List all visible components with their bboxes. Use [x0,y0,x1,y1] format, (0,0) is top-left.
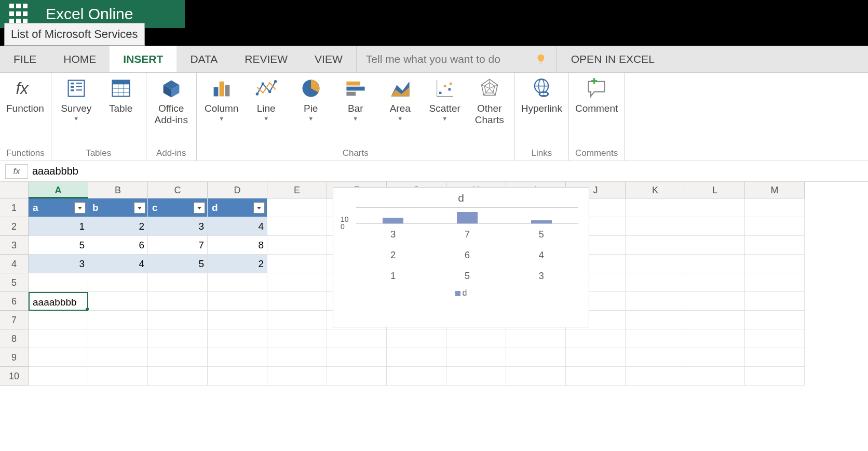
column-header-E[interactable]: E [267,182,327,198]
cell-M1[interactable] [745,198,805,217]
row-header-8[interactable]: 8 [0,329,29,348]
tell-me-search[interactable] [356,46,556,72]
cell-E4[interactable] [267,255,327,273]
tab-data[interactable]: DATA [177,46,231,72]
row-header-4[interactable]: 4 [0,255,29,273]
tab-review[interactable]: REVIEW [231,46,301,72]
cell-B5[interactable] [88,273,148,292]
cell-C2[interactable]: 3 [148,217,208,236]
cell-I10[interactable] [506,367,566,386]
cell-D6[interactable] [208,292,267,311]
hyperlink-button[interactable]: Hyperlink [521,77,562,114]
filter-button-b[interactable] [134,202,145,214]
cell-E9[interactable] [267,348,327,367]
cell-D10[interactable] [208,367,267,386]
cell-K2[interactable] [626,217,685,236]
cell-L5[interactable] [685,273,745,292]
cell-A8[interactable] [29,329,88,348]
cell-C7[interactable] [148,311,208,329]
fx-icon[interactable]: fx [5,164,28,179]
cell-M8[interactable] [745,329,805,348]
cell-C9[interactable] [148,348,208,367]
cell-K9[interactable] [626,348,685,367]
other-charts-button[interactable]: Other Charts [471,77,508,126]
function-button[interactable]: fx Function [6,77,44,114]
cell-C3[interactable]: 7 [148,236,208,255]
app-launcher-icon[interactable] [9,4,30,24]
formula-input[interactable] [32,165,863,177]
cell-M6[interactable] [745,292,805,311]
row-header-5[interactable]: 5 [0,273,29,292]
cell-B4[interactable]: 4 [88,255,148,273]
cell-E8[interactable] [267,329,327,348]
cell-A4[interactable]: 3 [29,255,88,273]
cell-B7[interactable] [88,311,148,329]
comment-button[interactable]: Comment [575,77,618,114]
line-chart-button[interactable]: Line ▼ [248,77,285,122]
cell-L1[interactable] [685,198,745,217]
bar-chart-button[interactable]: Bar ▼ [337,77,374,122]
cell-L2[interactable] [685,217,745,236]
cell-K7[interactable] [626,311,685,329]
select-all-corner[interactable] [0,182,29,198]
cell-J10[interactable] [566,367,626,386]
row-header-10[interactable]: 10 [0,367,29,386]
cell-J8[interactable] [566,329,626,348]
cell-D4[interactable]: 2 [208,255,267,273]
area-chart-button[interactable]: Area ▼ [382,77,419,122]
cell-M7[interactable] [745,311,805,329]
cell-K4[interactable] [626,255,685,273]
cell-B10[interactable] [88,367,148,386]
cell-L9[interactable] [685,348,745,367]
column-header-B[interactable]: B [88,182,148,198]
cell-C5[interactable] [148,273,208,292]
tab-home[interactable]: HOME [50,46,110,72]
cell-A3[interactable]: 5 [29,236,88,255]
column-chart-button[interactable]: Column ▼ [203,77,240,122]
search-input[interactable] [366,53,532,65]
cell-G10[interactable] [387,367,446,386]
cell-L6[interactable] [685,292,745,311]
cell-A5[interactable] [29,273,88,292]
cell-L10[interactable] [685,367,745,386]
cell-A10[interactable] [29,367,88,386]
cell-E10[interactable] [267,367,327,386]
cell-E7[interactable] [267,311,327,329]
cell-D3[interactable]: 8 [208,236,267,255]
cell-A2[interactable]: 1 [29,217,88,236]
cell-B2[interactable]: 2 [88,217,148,236]
cell-A7[interactable] [29,311,88,329]
row-header-9[interactable]: 9 [0,348,29,367]
cell-K1[interactable] [626,198,685,217]
tab-insert[interactable]: INSERT [110,46,177,72]
cell-D9[interactable] [208,348,267,367]
tab-file[interactable]: FILE [0,46,50,72]
cell-C10[interactable] [148,367,208,386]
cell-K3[interactable] [626,236,685,255]
row-header-7[interactable]: 7 [0,311,29,329]
cell-C6[interactable] [148,292,208,311]
cell-E5[interactable] [267,273,327,292]
cell-E3[interactable] [267,236,327,255]
cell-H8[interactable] [446,329,506,348]
cell-A6[interactable]: aaaabbbb [29,292,88,311]
cell-M3[interactable] [745,236,805,255]
tab-view[interactable]: VIEW [301,46,356,72]
cell-A9[interactable] [29,348,88,367]
filter-button-d[interactable] [253,202,265,214]
row-header-2[interactable]: 2 [0,217,29,236]
cell-K10[interactable] [626,367,685,386]
cell-G8[interactable] [387,329,446,348]
cell-C1[interactable]: c [148,198,208,217]
cell-D7[interactable] [208,311,267,329]
cell-F9[interactable] [327,348,387,367]
scatter-chart-button[interactable]: Scatter ▼ [426,77,464,122]
cell-L4[interactable] [685,255,745,273]
cell-B9[interactable] [88,348,148,367]
cell-B1[interactable]: b [88,198,148,217]
cell-L7[interactable] [685,311,745,329]
embedded-chart[interactable]: d 10 0 375264153 d [333,187,589,327]
cell-B8[interactable] [88,329,148,348]
office-addins-button[interactable]: Office Add-ins [153,77,190,126]
cell-F10[interactable] [327,367,387,386]
